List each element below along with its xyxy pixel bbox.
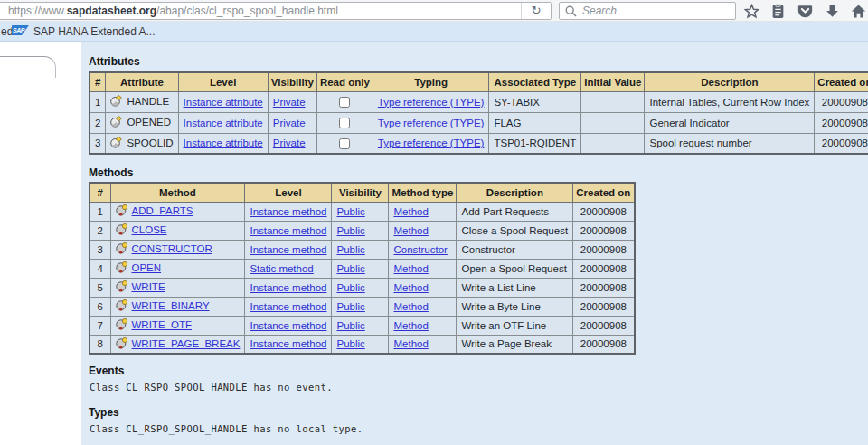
attribute-icon [110, 137, 122, 150]
visibility-link[interactable]: Public [336, 244, 364, 255]
search-icon [565, 5, 577, 17]
level-link[interactable]: Instance method [250, 282, 326, 293]
table-row: 1 ADD_PARTS Instance method Public Metho… [90, 202, 635, 221]
events-heading: Events [89, 365, 124, 377]
created-on: 20000908 [573, 278, 635, 297]
method-type-link[interactable]: Method [393, 301, 428, 312]
visibility-link[interactable]: Private [273, 97, 306, 108]
method-type-link[interactable]: Method [393, 338, 428, 349]
url-bar[interactable]: https://www.sapdatasheet.org/abap/clas/c… [0, 2, 552, 20]
method-type-link[interactable]: Method [393, 225, 428, 236]
method-type-link[interactable]: Constructor [393, 244, 447, 255]
column-header: Visibility [332, 183, 389, 202]
search-box[interactable] [559, 2, 736, 20]
row-number: 7 [90, 316, 110, 335]
visibility-link[interactable]: Public [336, 320, 364, 331]
method-icon [116, 337, 127, 351]
reload-button[interactable]: ↻ [521, 3, 551, 19]
visibility-link[interactable]: Private [273, 118, 306, 128]
created-on: 20000908 [573, 259, 635, 278]
read-only-checkbox[interactable] [339, 118, 350, 128]
level-link[interactable]: Instance attribute [184, 97, 263, 108]
method-icon [116, 318, 127, 332]
created-on: 20000908 [815, 133, 868, 154]
column-header: # [90, 72, 106, 91]
reading-list-icon[interactable] [770, 4, 786, 19]
column-header: Level [245, 183, 332, 202]
row-number: 1 [90, 202, 110, 221]
url-prefix: https://www. [8, 5, 67, 17]
row-number: 1 [90, 91, 106, 112]
level-link[interactable]: Instance attribute [184, 137, 263, 148]
panel-corner-outline [0, 56, 56, 78]
method-link[interactable]: WRITE_BINARY [132, 300, 210, 311]
typing-link[interactable]: Type reference (TYPE) [378, 97, 485, 108]
method-type-link[interactable]: Method [393, 206, 428, 217]
created-on: 20000908 [815, 91, 868, 112]
description: General Indicator [645, 112, 815, 133]
page-content: Attributes #AttributeLevelVisibilityRead… [81, 42, 868, 445]
visibility-link[interactable]: Public [336, 263, 364, 274]
pocket-icon[interactable] [797, 4, 813, 19]
row-number: 3 [90, 240, 110, 259]
method-link[interactable]: ADD_PARTS [132, 205, 193, 216]
attribute-name: OPENED [127, 117, 171, 128]
url-path: /abap/clas/cl_rspo_spool_handle.html [156, 5, 338, 17]
url-domain: sapdatasheet.org [67, 5, 156, 17]
level-link[interactable]: Instance attribute [184, 118, 263, 128]
method-type-link[interactable]: Method [393, 263, 428, 274]
initial-value [581, 112, 645, 133]
method-link[interactable]: OPEN [132, 262, 162, 273]
bookmark-item-sap-hana[interactable]: SAPSAP HANA Extended A... [12, 24, 156, 39]
method-icon [116, 204, 127, 218]
method-link[interactable]: CLOSE [132, 224, 167, 235]
method-link[interactable]: WRITE_OTF [132, 319, 192, 330]
visibility-link[interactable]: Public [336, 282, 364, 293]
table-row: 2 OPENED Instance attribute Private Type… [90, 112, 868, 133]
level-link[interactable]: Instance method [250, 320, 326, 331]
column-header: Read only [316, 72, 373, 91]
read-only-checkbox[interactable] [339, 97, 350, 108]
level-link[interactable]: Instance method [250, 301, 326, 312]
level-link[interactable]: Static method [250, 263, 313, 274]
method-link[interactable]: WRITE [132, 281, 165, 292]
methods-table: #MethodLevelVisibilityMethod typeDescrip… [89, 182, 636, 355]
search-input[interactable] [582, 3, 731, 19]
visibility-link[interactable]: Public [336, 225, 364, 236]
typing-link[interactable]: Type reference (TYPE) [378, 137, 485, 148]
column-header: Method type [389, 183, 457, 202]
table-row: 7 WRITE_OTF Instance method Public Metho… [90, 316, 635, 335]
method-type-link[interactable]: Method [393, 282, 428, 293]
visibility-link[interactable]: Public [336, 301, 364, 312]
level-link[interactable]: Instance method [250, 225, 326, 236]
description: Write a Byte Line [457, 297, 573, 316]
level-link[interactable]: Instance method [250, 338, 326, 349]
typing-link[interactable]: Type reference (TYPE) [378, 118, 485, 128]
level-link[interactable]: Instance method [250, 206, 326, 217]
column-header: Visibility [268, 72, 316, 91]
level-link[interactable]: Instance method [250, 244, 326, 255]
visibility-link[interactable]: Public [336, 206, 364, 217]
visibility-link[interactable]: Private [273, 137, 306, 148]
created-on: 20000908 [573, 316, 635, 335]
table-row: 6 WRITE_BINARY Instance method Public Me… [90, 297, 635, 316]
column-header: Created on [815, 72, 868, 91]
created-on: 20000908 [815, 112, 868, 133]
column-header: Attribute [106, 72, 178, 91]
table-row: 8 WRITE_PAGE_BREAK Instance method Publi… [90, 335, 635, 354]
attributes-table: #AttributeLevelVisibilityRead onlyTyping… [89, 71, 868, 155]
method-type-link[interactable]: Method [393, 320, 428, 331]
home-icon[interactable] [851, 4, 866, 19]
read-only-checkbox[interactable] [339, 138, 350, 149]
bookmark-star-icon[interactable] [744, 4, 760, 19]
reload-icon: ↻ [532, 4, 542, 17]
bookmark-label: SAP HANA Extended A... [33, 24, 156, 39]
visibility-link[interactable]: Public [336, 338, 364, 349]
download-icon[interactable] [825, 4, 840, 19]
method-link[interactable]: CONSTRUCTOR [132, 243, 212, 254]
browser-toolbar: https://www.sapdatasheet.org/abap/clas/c… [0, 0, 868, 22]
bookmarks-bar: ed SAPSAP HANA Extended A... [0, 22, 868, 42]
table-row: 3 CONSTRUCTOR Instance method Public Con… [90, 240, 635, 259]
attribute-icon [110, 116, 122, 129]
method-link[interactable]: WRITE_PAGE_BREAK [132, 338, 241, 349]
